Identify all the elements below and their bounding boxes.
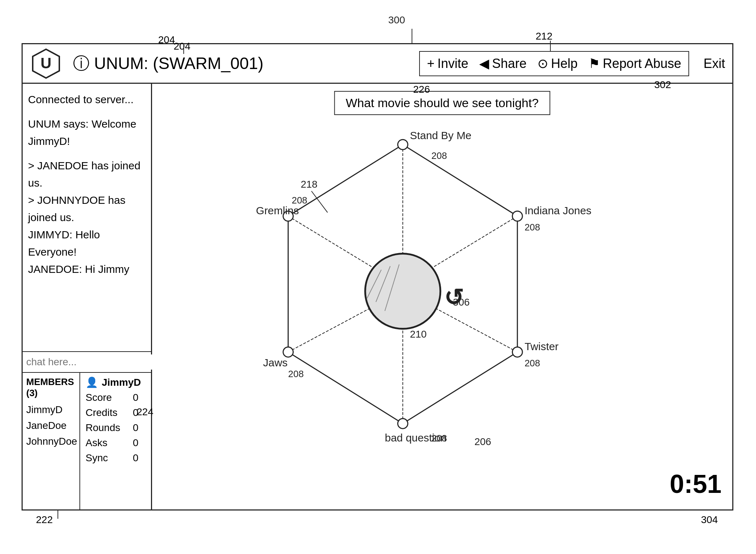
svg-point-18 <box>283 347 293 357</box>
chat-message-1: Connected to server... <box>28 91 146 108</box>
share-button[interactable]: ◀ Share <box>479 56 527 71</box>
svg-text:Gremlins: Gremlins <box>256 205 299 216</box>
svg-line-4 <box>403 145 517 216</box>
report-abuse-button[interactable]: ⚑ Report Abuse <box>588 56 681 71</box>
chat-message-3: > JANEDOE has joined us. <box>28 157 146 192</box>
svg-text:208: 208 <box>288 369 304 379</box>
svg-text:Jaws: Jaws <box>263 357 288 368</box>
member-stats: 👤 JimmyD Score 0 Credits 0 Rounds <box>80 373 151 509</box>
svg-text:Stand By Me: Stand By Me <box>410 129 471 141</box>
members-section: MEMBERS (3) JimmyD JaneDoe JohnnyDoe 👤 J… <box>23 373 151 509</box>
member-3[interactable]: JohnnyDoe <box>26 436 76 447</box>
outer-label-302: 302 <box>654 79 671 91</box>
svg-line-39 <box>311 191 327 212</box>
svg-line-24 <box>385 264 399 311</box>
svg-text:208: 208 <box>431 433 447 443</box>
svg-text:Twister: Twister <box>524 340 559 352</box>
flag-icon: ⚑ <box>588 56 600 71</box>
svg-line-8 <box>403 352 517 423</box>
svg-text:210: 210 <box>410 329 427 340</box>
svg-text:218: 218 <box>301 179 317 190</box>
help-icon: ⊙ <box>537 56 548 71</box>
chat-log: Connected to server... UNUM says: Welcom… <box>23 84 151 351</box>
members-list: MEMBERS (3) JimmyD JaneDoe JohnnyDoe <box>23 373 80 509</box>
share-icon: ◀ <box>479 56 489 71</box>
label-300: 300 <box>388 14 405 26</box>
svg-text:306: 306 <box>453 297 470 308</box>
stat-sync: Sync 0 <box>86 452 146 464</box>
member-stats-header: 👤 JimmyD <box>86 376 146 388</box>
logo-hex: U <box>30 47 62 80</box>
svg-point-17 <box>512 211 522 221</box>
content-area: Connected to server... UNUM says: Welcom… <box>23 84 732 509</box>
chat-message-6: JANEDOE: Hi Jimmy <box>28 261 146 278</box>
svg-text:208: 208 <box>292 195 307 205</box>
svg-line-10 <box>288 216 389 277</box>
game-svg: Stand By Me 208 Gremlins 208 Indiana Jon… <box>152 84 732 509</box>
members-header: MEMBERS (3) <box>26 376 76 399</box>
chat-message-2: UNUM says: Welcome JimmyD! <box>28 115 146 150</box>
stat-score: Score 0 <box>86 392 146 403</box>
svg-text:bad question: bad question <box>385 432 446 444</box>
game-area: What movie should we see tonight? 0:51 <box>152 84 732 509</box>
header-nav[interactable]: + Invite ◀ Share ⊙ Help ⚑ Report Abuse <box>419 51 689 76</box>
chat-input-row <box>23 351 151 373</box>
svg-point-15 <box>398 139 408 150</box>
svg-text:U: U <box>41 55 51 72</box>
member-1[interactable]: JimmyD <box>26 404 76 416</box>
question-box: What movie should we see tonight? <box>334 91 550 115</box>
timer: 0:51 <box>670 469 721 499</box>
svg-line-7 <box>288 352 403 423</box>
svg-line-3 <box>288 145 403 216</box>
svg-point-20 <box>398 418 408 429</box>
person-icon: 👤 <box>86 376 98 388</box>
label-226: 226 <box>413 84 430 95</box>
main-container: U 204 ⓘ UNUM: (SWARM_001) + Invite ◀ Sha… <box>22 43 733 510</box>
outer-label-222: 222 <box>36 514 53 526</box>
member-2[interactable]: JaneDoe <box>26 420 76 431</box>
invite-button[interactable]: + Invite <box>427 56 468 71</box>
svg-line-22 <box>367 270 381 298</box>
left-panel: Connected to server... UNUM says: Welcom… <box>23 84 152 509</box>
svg-line-13 <box>417 298 517 352</box>
outer-label-204: 204 <box>158 34 175 46</box>
svg-text:208: 208 <box>524 358 540 368</box>
svg-text:208: 208 <box>431 151 447 161</box>
svg-text:Indiana Jones: Indiana Jones <box>524 205 591 216</box>
svg-line-12 <box>288 298 389 352</box>
chat-message-4: > JOHNNYDOE has joined us. <box>28 192 146 226</box>
outer-container: 300 U 204 ⓘ UNUM: (SWARM_001) + <box>0 0 756 554</box>
svg-text:208: 208 <box>524 222 540 232</box>
chat-message-5: JIMMYD: Hello Everyone! <box>28 226 146 261</box>
header-bar: U 204 ⓘ UNUM: (SWARM_001) + Invite ◀ Sha… <box>23 44 732 84</box>
header-title: 204 ⓘ UNUM: (SWARM_001) <box>73 52 412 75</box>
svg-text:206: 206 <box>475 436 491 447</box>
svg-line-11 <box>417 216 517 277</box>
svg-point-21 <box>365 254 440 329</box>
help-button[interactable]: ⊙ Help <box>537 56 578 71</box>
svg-line-23 <box>376 266 390 302</box>
stat-rounds: Rounds 0 <box>86 422 146 434</box>
svg-point-16 <box>283 211 293 221</box>
outer-label-304: 304 <box>701 514 718 526</box>
chat-input[interactable] <box>23 354 159 370</box>
svg-point-19 <box>512 347 522 357</box>
stat-asks: Asks 0 <box>86 437 146 449</box>
svg-text:↺: ↺ <box>444 284 463 311</box>
exit-button[interactable]: Exit <box>704 56 725 71</box>
plus-icon: + <box>427 56 435 71</box>
